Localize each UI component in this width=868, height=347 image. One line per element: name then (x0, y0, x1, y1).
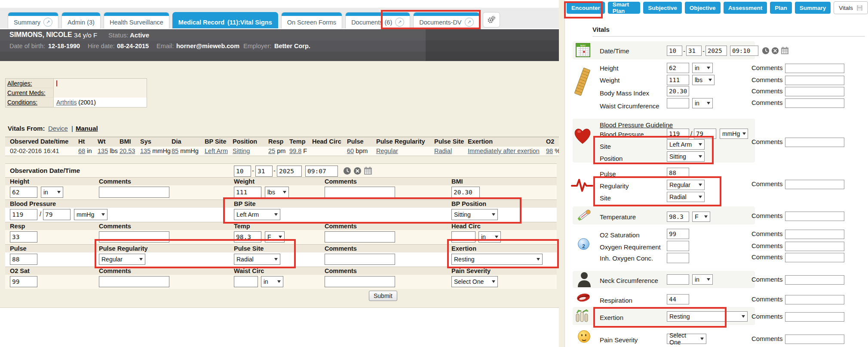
external-link-icon[interactable]: ↗ (43, 18, 52, 27)
pulse-reg-link[interactable]: Regular (376, 147, 398, 154)
resp-comments-input[interactable] (99, 231, 169, 243)
rt-o2-conc-comments-input[interactable] (785, 253, 844, 262)
rt-resp-input[interactable] (667, 294, 689, 304)
rt-weight-unit-select[interactable]: lbs (692, 75, 715, 85)
bp-guideline-link[interactable]: Blood Pressure Guideline (600, 121, 673, 129)
waist-unit-select[interactable]: in (261, 276, 283, 287)
rt-temp-comments-input[interactable] (785, 212, 844, 221)
submit-button[interactable]: Submit (369, 291, 397, 301)
rt-height-input[interactable] (667, 63, 689, 73)
rt-year-input[interactable] (705, 46, 727, 56)
tab-plan[interactable]: Plan (770, 2, 792, 14)
conditions-link[interactable]: Conditions: (6, 98, 54, 107)
rt-height-comments-input[interactable] (785, 64, 844, 73)
rt-neck-unit-select[interactable]: in (692, 274, 713, 285)
rt-day-input[interactable] (686, 46, 702, 56)
rt-waist-input[interactable] (667, 98, 689, 108)
resp-link[interactable]: 25 (268, 147, 275, 154)
tab-encounter[interactable]: Encounter (567, 2, 605, 14)
pain-severity-select[interactable]: Select One (451, 276, 498, 287)
waist-circ-input[interactable] (234, 276, 258, 287)
rt-bp-position-select[interactable]: Sitting (667, 151, 705, 162)
exertion-link[interactable]: Immediately after exertion (468, 147, 540, 154)
temp-comments-input[interactable] (325, 231, 395, 243)
rt-pulse-site-select[interactable]: Radial (667, 192, 705, 202)
head-circ-unit-select[interactable]: in (478, 231, 501, 243)
bp-position-select[interactable]: Sitting (451, 209, 498, 220)
external-link-icon[interactable]: ↗ (465, 18, 474, 27)
rt-bmi-input[interactable] (667, 86, 689, 96)
rt-bp-comments-input[interactable] (785, 138, 844, 147)
calendar-icon[interactable] (364, 166, 372, 175)
height-unit-select[interactable]: in (41, 187, 63, 198)
tab-documents-dv[interactable]: Documents-DV ↗ (413, 12, 479, 28)
rt-o2-sat-input[interactable] (667, 229, 689, 239)
current-meds-link[interactable]: Current Meds: (6, 88, 54, 98)
rt-o2-req-comments-input[interactable] (785, 242, 844, 251)
tab-smart-plan[interactable]: Smart Plan (608, 2, 641, 14)
waist-comments-input[interactable] (325, 276, 395, 287)
tab-summary[interactable]: Summary ↗ (8, 12, 58, 28)
obs-day-input[interactable] (255, 166, 273, 177)
rt-bp-site-select[interactable]: Left Arm (667, 139, 705, 150)
head-circ-input[interactable] (451, 231, 475, 243)
rt-pulse-input[interactable] (667, 168, 689, 178)
bp-systolic-input[interactable] (10, 209, 37, 220)
tab-vitals[interactable]: Vitals (834, 1, 868, 14)
bp-diastolic-input[interactable] (43, 209, 71, 220)
bp-site-link[interactable]: Left Arm (205, 147, 228, 154)
bp-site-select[interactable]: Left Arm (234, 209, 280, 220)
rt-o2-sat-comments-input[interactable] (785, 230, 844, 239)
rt-o2-req-input[interactable] (667, 241, 689, 251)
pulse-link[interactable]: 60 (347, 147, 354, 154)
tab-on-screen-forms[interactable]: On Screen Forms (281, 12, 342, 28)
rt-bp-sys-input[interactable] (667, 129, 689, 139)
rt-bmi-comments-input[interactable] (785, 87, 844, 96)
ht-link[interactable]: 68 (78, 147, 85, 154)
clear-date-icon[interactable] (771, 47, 779, 55)
rt-temp-input[interactable] (667, 212, 689, 222)
save-icon[interactable] (856, 5, 863, 11)
temp-link[interactable]: 99.8 (289, 147, 301, 154)
bmi-input[interactable] (451, 187, 480, 198)
tab-assessment[interactable]: Assessment (724, 2, 767, 14)
o2-sat-input[interactable] (10, 276, 37, 287)
clear-date-icon[interactable] (353, 167, 362, 175)
position-link[interactable]: Sitting (233, 147, 250, 154)
rt-exertion-comments-input[interactable] (785, 312, 844, 322)
resp-input[interactable] (10, 231, 37, 243)
pulse-site-link[interactable]: Radial (434, 147, 452, 154)
rt-pain-comments-input[interactable] (785, 335, 844, 344)
pulse-site-select[interactable]: Radial (234, 254, 280, 265)
tab-health-surveillance[interactable]: Health Surveillance (104, 12, 169, 28)
exertion-select[interactable]: Resting (451, 254, 543, 265)
pulse-comments-input[interactable] (325, 254, 395, 265)
settings-button[interactable] (483, 12, 500, 28)
rt-bp-unit-select[interactable]: mmHg (720, 129, 748, 139)
wt-link[interactable]: 135 (98, 147, 108, 154)
tab-admin[interactable]: Admin (3) (61, 12, 101, 28)
height-input[interactable] (10, 187, 37, 198)
temp-input[interactable] (234, 231, 261, 243)
rt-neck-input[interactable] (667, 274, 689, 285)
sys-link[interactable]: 135 (140, 147, 150, 154)
clock-icon[interactable] (343, 167, 351, 175)
dia-link[interactable]: 85 (172, 147, 178, 154)
bmi-link[interactable]: 20.53 (120, 147, 135, 154)
clock-icon[interactable] (762, 47, 770, 55)
rt-temp-unit-select[interactable]: F (692, 212, 710, 222)
rt-neck-comments-input[interactable] (785, 275, 844, 285)
weight-unit-select[interactable]: lbs (265, 187, 289, 198)
rt-o2-conc-input[interactable] (667, 253, 689, 263)
tab-documents[interactable]: Documents (6) ↗ (345, 12, 410, 28)
obs-time-input[interactable] (305, 166, 338, 177)
vitals-from-device-link[interactable]: Device (48, 125, 68, 132)
rt-pain-select[interactable]: Select One (667, 334, 706, 344)
rt-month-input[interactable] (667, 46, 682, 56)
rt-exertion-select[interactable]: Resting (667, 311, 748, 322)
calendar-icon[interactable] (781, 46, 789, 55)
rt-height-unit-select[interactable]: in (692, 63, 713, 73)
height-comments-input[interactable] (99, 187, 169, 198)
obs-year-input[interactable] (277, 166, 302, 177)
tab-medical-record-vital-signs[interactable]: Medical Record (11):Vital Signs (172, 12, 278, 28)
